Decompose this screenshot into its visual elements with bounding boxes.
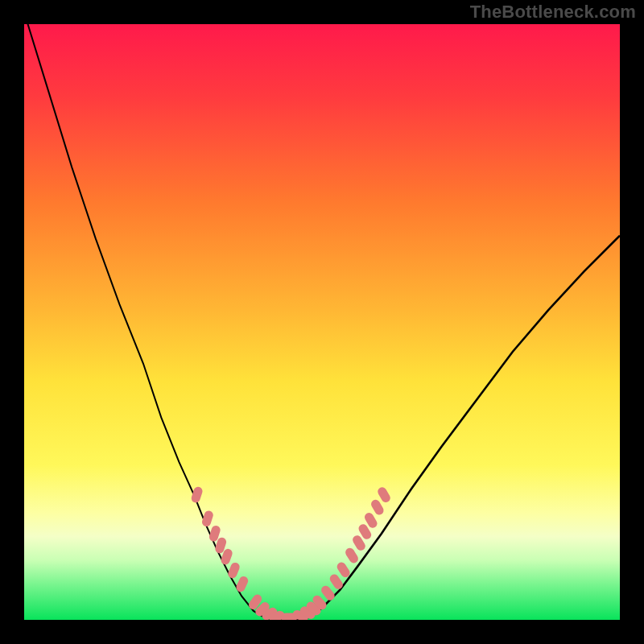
watermark-text: TheBottleneck.com [470, 2, 636, 22]
plot-area [24, 24, 620, 620]
plot-svg [24, 24, 620, 620]
chart-container: TheBottleneck.com [0, 0, 644, 644]
gradient-backdrop [24, 24, 620, 620]
watermark: TheBottleneck.com [470, 2, 636, 23]
